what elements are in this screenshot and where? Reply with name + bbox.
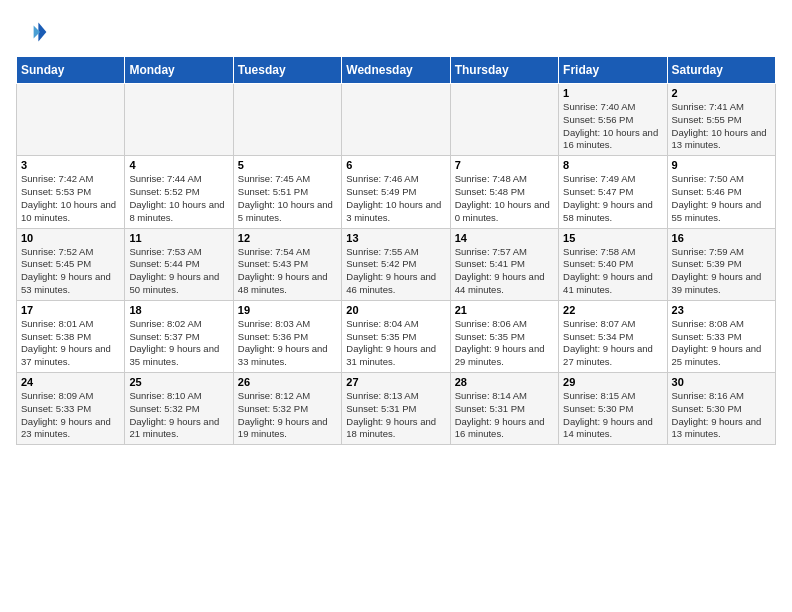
day-info: Sunrise: 7:49 AM Sunset: 5:47 PM Dayligh…: [563, 173, 662, 224]
day-info: Sunrise: 8:12 AM Sunset: 5:32 PM Dayligh…: [238, 390, 337, 441]
day-number: 18: [129, 304, 228, 316]
day-info: Sunrise: 7:41 AM Sunset: 5:55 PM Dayligh…: [672, 101, 771, 152]
calendar-table: SundayMondayTuesdayWednesdayThursdayFrid…: [16, 56, 776, 445]
calendar-cell: 26Sunrise: 8:12 AM Sunset: 5:32 PM Dayli…: [233, 373, 341, 445]
day-number: 3: [21, 159, 120, 171]
calendar-cell: [17, 84, 125, 156]
day-number: 5: [238, 159, 337, 171]
day-info: Sunrise: 8:04 AM Sunset: 5:35 PM Dayligh…: [346, 318, 445, 369]
day-number: 28: [455, 376, 554, 388]
calendar-cell: 5Sunrise: 7:45 AM Sunset: 5:51 PM Daylig…: [233, 156, 341, 228]
day-number: 20: [346, 304, 445, 316]
calendar-cell: 11Sunrise: 7:53 AM Sunset: 5:44 PM Dayli…: [125, 228, 233, 300]
day-info: Sunrise: 8:06 AM Sunset: 5:35 PM Dayligh…: [455, 318, 554, 369]
day-info: Sunrise: 8:02 AM Sunset: 5:37 PM Dayligh…: [129, 318, 228, 369]
calendar-cell: 18Sunrise: 8:02 AM Sunset: 5:37 PM Dayli…: [125, 300, 233, 372]
logo-icon: [16, 16, 48, 48]
day-number: 25: [129, 376, 228, 388]
calendar-cell: 15Sunrise: 7:58 AM Sunset: 5:40 PM Dayli…: [559, 228, 667, 300]
calendar-header-tuesday: Tuesday: [233, 57, 341, 84]
calendar-cell: 3Sunrise: 7:42 AM Sunset: 5:53 PM Daylig…: [17, 156, 125, 228]
day-number: 29: [563, 376, 662, 388]
calendar-header-thursday: Thursday: [450, 57, 558, 84]
calendar-week-5: 24Sunrise: 8:09 AM Sunset: 5:33 PM Dayli…: [17, 373, 776, 445]
calendar-cell: [342, 84, 450, 156]
day-info: Sunrise: 8:16 AM Sunset: 5:30 PM Dayligh…: [672, 390, 771, 441]
calendar-cell: 20Sunrise: 8:04 AM Sunset: 5:35 PM Dayli…: [342, 300, 450, 372]
calendar-cell: 4Sunrise: 7:44 AM Sunset: 5:52 PM Daylig…: [125, 156, 233, 228]
day-number: 4: [129, 159, 228, 171]
calendar-cell: 10Sunrise: 7:52 AM Sunset: 5:45 PM Dayli…: [17, 228, 125, 300]
calendar-cell: 7Sunrise: 7:48 AM Sunset: 5:48 PM Daylig…: [450, 156, 558, 228]
calendar-cell: [125, 84, 233, 156]
calendar-cell: 8Sunrise: 7:49 AM Sunset: 5:47 PM Daylig…: [559, 156, 667, 228]
calendar-header-row: SundayMondayTuesdayWednesdayThursdayFrid…: [17, 57, 776, 84]
calendar-cell: 27Sunrise: 8:13 AM Sunset: 5:31 PM Dayli…: [342, 373, 450, 445]
calendar-header-monday: Monday: [125, 57, 233, 84]
calendar-cell: 24Sunrise: 8:09 AM Sunset: 5:33 PM Dayli…: [17, 373, 125, 445]
day-info: Sunrise: 7:52 AM Sunset: 5:45 PM Dayligh…: [21, 246, 120, 297]
day-number: 24: [21, 376, 120, 388]
calendar-cell: 19Sunrise: 8:03 AM Sunset: 5:36 PM Dayli…: [233, 300, 341, 372]
calendar-cell: 1Sunrise: 7:40 AM Sunset: 5:56 PM Daylig…: [559, 84, 667, 156]
day-number: 2: [672, 87, 771, 99]
day-number: 8: [563, 159, 662, 171]
calendar-header-friday: Friday: [559, 57, 667, 84]
calendar-week-1: 1Sunrise: 7:40 AM Sunset: 5:56 PM Daylig…: [17, 84, 776, 156]
logo: [16, 16, 52, 48]
calendar-header-sunday: Sunday: [17, 57, 125, 84]
day-number: 26: [238, 376, 337, 388]
calendar-cell: 30Sunrise: 8:16 AM Sunset: 5:30 PM Dayli…: [667, 373, 775, 445]
calendar-week-4: 17Sunrise: 8:01 AM Sunset: 5:38 PM Dayli…: [17, 300, 776, 372]
day-number: 6: [346, 159, 445, 171]
day-number: 1: [563, 87, 662, 99]
day-info: Sunrise: 7:58 AM Sunset: 5:40 PM Dayligh…: [563, 246, 662, 297]
day-info: Sunrise: 8:14 AM Sunset: 5:31 PM Dayligh…: [455, 390, 554, 441]
day-info: Sunrise: 8:07 AM Sunset: 5:34 PM Dayligh…: [563, 318, 662, 369]
day-number: 11: [129, 232, 228, 244]
day-number: 9: [672, 159, 771, 171]
day-info: Sunrise: 7:40 AM Sunset: 5:56 PM Dayligh…: [563, 101, 662, 152]
calendar-week-2: 3Sunrise: 7:42 AM Sunset: 5:53 PM Daylig…: [17, 156, 776, 228]
page: SundayMondayTuesdayWednesdayThursdayFrid…: [0, 0, 792, 455]
day-info: Sunrise: 7:57 AM Sunset: 5:41 PM Dayligh…: [455, 246, 554, 297]
day-info: Sunrise: 7:55 AM Sunset: 5:42 PM Dayligh…: [346, 246, 445, 297]
day-info: Sunrise: 8:03 AM Sunset: 5:36 PM Dayligh…: [238, 318, 337, 369]
day-number: 12: [238, 232, 337, 244]
day-info: Sunrise: 7:46 AM Sunset: 5:49 PM Dayligh…: [346, 173, 445, 224]
day-info: Sunrise: 7:45 AM Sunset: 5:51 PM Dayligh…: [238, 173, 337, 224]
calendar-cell: 23Sunrise: 8:08 AM Sunset: 5:33 PM Dayli…: [667, 300, 775, 372]
calendar-cell: 21Sunrise: 8:06 AM Sunset: 5:35 PM Dayli…: [450, 300, 558, 372]
day-number: 7: [455, 159, 554, 171]
day-number: 10: [21, 232, 120, 244]
day-info: Sunrise: 8:15 AM Sunset: 5:30 PM Dayligh…: [563, 390, 662, 441]
day-number: 21: [455, 304, 554, 316]
day-number: 16: [672, 232, 771, 244]
day-number: 27: [346, 376, 445, 388]
calendar-cell: 9Sunrise: 7:50 AM Sunset: 5:46 PM Daylig…: [667, 156, 775, 228]
calendar-cell: 12Sunrise: 7:54 AM Sunset: 5:43 PM Dayli…: [233, 228, 341, 300]
calendar-header-wednesday: Wednesday: [342, 57, 450, 84]
calendar-cell: 25Sunrise: 8:10 AM Sunset: 5:32 PM Dayli…: [125, 373, 233, 445]
calendar-cell: 22Sunrise: 8:07 AM Sunset: 5:34 PM Dayli…: [559, 300, 667, 372]
day-info: Sunrise: 7:44 AM Sunset: 5:52 PM Dayligh…: [129, 173, 228, 224]
day-info: Sunrise: 7:42 AM Sunset: 5:53 PM Dayligh…: [21, 173, 120, 224]
calendar-cell: 28Sunrise: 8:14 AM Sunset: 5:31 PM Dayli…: [450, 373, 558, 445]
day-info: Sunrise: 7:50 AM Sunset: 5:46 PM Dayligh…: [672, 173, 771, 224]
calendar-cell: 29Sunrise: 8:15 AM Sunset: 5:30 PM Dayli…: [559, 373, 667, 445]
day-number: 22: [563, 304, 662, 316]
day-number: 17: [21, 304, 120, 316]
day-info: Sunrise: 7:48 AM Sunset: 5:48 PM Dayligh…: [455, 173, 554, 224]
calendar-cell: 16Sunrise: 7:59 AM Sunset: 5:39 PM Dayli…: [667, 228, 775, 300]
calendar-cell: 6Sunrise: 7:46 AM Sunset: 5:49 PM Daylig…: [342, 156, 450, 228]
calendar-cell: [450, 84, 558, 156]
day-number: 30: [672, 376, 771, 388]
day-info: Sunrise: 8:09 AM Sunset: 5:33 PM Dayligh…: [21, 390, 120, 441]
day-info: Sunrise: 7:59 AM Sunset: 5:39 PM Dayligh…: [672, 246, 771, 297]
day-number: 19: [238, 304, 337, 316]
day-info: Sunrise: 8:01 AM Sunset: 5:38 PM Dayligh…: [21, 318, 120, 369]
day-number: 13: [346, 232, 445, 244]
day-info: Sunrise: 7:53 AM Sunset: 5:44 PM Dayligh…: [129, 246, 228, 297]
day-info: Sunrise: 8:08 AM Sunset: 5:33 PM Dayligh…: [672, 318, 771, 369]
calendar-cell: 13Sunrise: 7:55 AM Sunset: 5:42 PM Dayli…: [342, 228, 450, 300]
